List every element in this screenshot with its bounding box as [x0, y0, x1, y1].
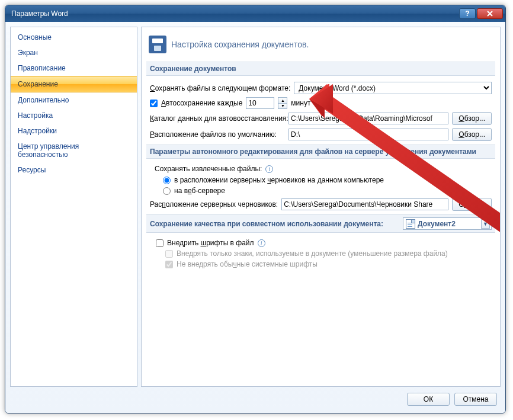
sidebar-item-advanced[interactable]: Дополнительно	[11, 92, 137, 108]
sidebar-item-general[interactable]: Основные	[11, 30, 137, 45]
help-button[interactable]: ?	[459, 8, 476, 19]
sidebar-item-save[interactable]: Сохранение	[11, 76, 137, 92]
info-icon[interactable]: i	[265, 165, 273, 173]
extracted-server-label: на веб-сервере	[174, 187, 225, 195]
group-sharing-title: Сохранение качества при совместном испол…	[150, 220, 383, 228]
sidebar-item-proofing[interactable]: Правописание	[11, 60, 137, 76]
drafts-browse-button[interactable]: Обзор...	[452, 198, 492, 211]
autosave-label: Автосохранение каждые	[161, 99, 242, 107]
embed-fonts-label: Внедрить шрифты в файл	[167, 239, 254, 247]
spinner-up[interactable]: ▲	[278, 98, 287, 104]
autorecover-browse-button[interactable]: Обзор...	[452, 112, 492, 125]
close-button[interactable]	[477, 8, 503, 19]
sidebar-item-customize[interactable]: Настройка	[11, 108, 137, 123]
sidebar-item-addins[interactable]: Надстройки	[11, 123, 137, 139]
skip-system-fonts-checkbox	[165, 261, 173, 268]
settings-panel: Настройка сохранения документов. Сохране…	[141, 27, 501, 387]
group-save-docs-header: Сохранение документов	[146, 62, 495, 76]
sidebar-item-trust[interactable]: Центр управления безопасностью	[11, 139, 137, 162]
sharing-doc-name: Документ2	[418, 220, 479, 228]
save-extracted-label: Сохранять извлеченные файлы:	[155, 165, 262, 173]
autorecover-label: Каталог данных для автовосстановления:	[150, 114, 285, 123]
autosave-checkbox[interactable]	[150, 100, 158, 107]
default-loc-input[interactable]	[288, 129, 448, 140]
dialog-window: Параметры Word ? Основные Экран Правопис…	[5, 5, 506, 413]
info-icon[interactable]: i	[258, 239, 265, 247]
drafts-loc-input[interactable]	[281, 198, 448, 210]
skip-system-fonts-label: Не внедрять обычные системные шрифты	[177, 260, 318, 268]
drafts-loc-label: Расположение серверных черновиков:	[150, 200, 278, 209]
document-icon	[406, 219, 415, 229]
sidebar-item-display[interactable]: Экран	[11, 45, 137, 60]
autorecover-path-input[interactable]	[288, 113, 448, 124]
save-format-label: Сохранять файлы в следующем формате:	[150, 84, 290, 92]
save-format-select[interactable]: Документ Word (*.docx)	[294, 82, 492, 94]
extracted-local-label: в расположении серверных черновиков на д…	[174, 176, 384, 184]
panel-header: Настройка сохранения документов.	[171, 40, 309, 49]
sidebar-item-resources[interactable]: Ресурсы	[11, 162, 137, 178]
spinner-down[interactable]: ▼	[278, 104, 287, 109]
embed-fonts-checkbox[interactable]	[156, 239, 163, 247]
window-title: Параметры Word	[11, 9, 458, 18]
extracted-server-radio[interactable]	[163, 187, 171, 195]
default-loc-label: Расположение файлов по умолчанию:	[150, 130, 285, 139]
group-offline-header: Параметры автономного редактирования для…	[146, 145, 495, 159]
embed-used-only-checkbox	[165, 250, 173, 258]
default-loc-browse-button[interactable]: Обзор...	[452, 128, 492, 141]
category-sidebar: Основные Экран Правописание Сохранение Д…	[10, 27, 137, 387]
extracted-local-radio[interactable]	[163, 177, 171, 184]
sharing-doc-select[interactable]: Документ2 ▼	[403, 217, 492, 230]
chevron-down-icon: ▼	[481, 219, 490, 229]
dialog-footer: ОК Отмена	[10, 387, 501, 408]
autosave-unit: минут	[291, 99, 310, 107]
group-sharing-header: Сохранение качества при совместном испол…	[146, 214, 495, 233]
save-section-icon	[149, 36, 166, 53]
autosave-minutes-input[interactable]	[246, 97, 274, 109]
cancel-button[interactable]: Отмена	[454, 393, 497, 406]
ok-button[interactable]: ОК	[407, 393, 450, 406]
client-area: Основные Экран Правописание Сохранение Д…	[5, 22, 505, 413]
embed-used-only-label: Внедрять только знаки, используемые в до…	[177, 249, 448, 258]
titlebar: Параметры Word ?	[5, 5, 505, 22]
